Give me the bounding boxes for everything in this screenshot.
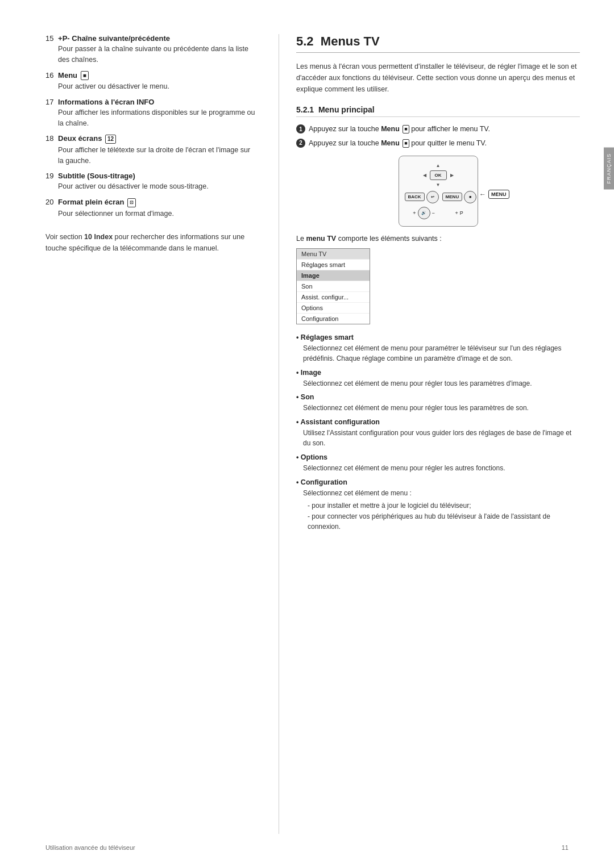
item-17-desc: Pour afficher les informations disponibl…	[45, 107, 256, 129]
bullet-configuration-sub-1: pour installer et mettre à jour le logic…	[308, 500, 580, 511]
volume-minus-label: −	[432, 210, 435, 216]
step-1-text: Appuyez sur la touche Menu ■ pour affich…	[309, 124, 490, 135]
menu-icon-16: ■	[81, 71, 89, 80]
item-20-header: 20 Format plein écran ⊡	[45, 198, 256, 207]
section-name: Menus TV	[321, 34, 380, 48]
menu-icon-step1: ■	[403, 125, 409, 133]
side-tab: FRANÇAIS	[604, 148, 614, 190]
tv-menu-box: Menu TV Réglages smart Image Son Assist.…	[296, 248, 370, 324]
bullet-image: Image Sélectionnez cet élément de menu p…	[296, 369, 580, 389]
bullet-reglages-smart: Réglages smart Sélectionnez cet élément …	[296, 333, 580, 364]
menu-icon-step2: ■	[403, 139, 409, 148]
section-intro: Les menus à l'écran vous permettent d'in…	[296, 61, 580, 95]
item-20-label: Format plein écran	[58, 198, 124, 206]
footer: Utilisation avancée du téléviseur 11	[0, 844, 614, 851]
bullet-configuration-desc: Sélectionnez cet élément de menu :	[303, 488, 580, 499]
see-section: Voir section 10 Index pour rechercher de…	[45, 231, 256, 254]
item-19-desc: Pour activer ou désactiver le mode sous-…	[45, 181, 256, 192]
page-container: 15 +P- Chaîne suivante/précédente Pour p…	[0, 0, 614, 868]
bullet-son-desc: Sélectionnez cet élément de menu pour ré…	[303, 403, 580, 414]
step-1: 1 Appuyez sur la touche Menu ■ pour affi…	[296, 124, 580, 135]
back-icon: ↩	[426, 191, 439, 203]
item-15-label: +P- Chaîne suivante/précédente	[58, 34, 170, 43]
item-16-label: Menu	[58, 71, 77, 80]
item-15-desc: Pour passer à la chaîne suivante ou préc…	[45, 44, 256, 65]
item-16-desc: Pour activer ou désactiver le menu.	[45, 81, 256, 92]
dual-screen-icon: 12	[105, 135, 116, 144]
bullet-configuration-sub-2: pour connecter vos périphériques au hub …	[308, 511, 580, 532]
section-title: 5.2 Menus TV	[296, 34, 580, 53]
tv-menu-options: Options	[297, 302, 370, 313]
up-arrow-icon: ▲	[436, 163, 441, 168]
bullet-options: Options Sélectionnez cet élément de menu…	[296, 453, 580, 474]
item-17-label: Informations à l'écran INFO	[58, 98, 154, 106]
item-17-num: 17	[45, 98, 53, 106]
bullet-assistant: Assistant configuration Utilisez l'Assis…	[296, 418, 580, 449]
item-16-header: 16 Menu ■	[45, 71, 256, 81]
footer-left: Utilisation avancée du téléviseur	[45, 844, 135, 851]
tv-menu-reglages-smart: Réglages smart	[297, 259, 370, 270]
bullet-options-desc: Sélectionnez cet élément de menu pour ré…	[303, 463, 580, 474]
item-18: 18 Deux écrans 12 Pour afficher le télét…	[45, 134, 256, 166]
fullscreen-icon: ⊡	[127, 198, 136, 207]
back-button[interactable]: BACK	[405, 193, 425, 201]
menu-button-remote[interactable]: MENU	[442, 193, 463, 201]
tv-menu-assist: Assist. configur...	[297, 291, 370, 302]
bullet-son: Son Sélectionnez cet élément de menu pou…	[296, 393, 580, 414]
bullet-configuration-title: Configuration	[296, 478, 580, 486]
step-2-text: Appuyez sur la touche Menu ■ pour quitte…	[309, 138, 487, 149]
item-20-desc: Pour sélectionner un format d'image.	[45, 208, 256, 219]
prog-plus-label: +	[455, 210, 458, 216]
tv-menu-config: Configuration	[297, 313, 370, 324]
item-18-header: 18 Deux écrans 12	[45, 134, 256, 144]
volume-label: +	[413, 210, 416, 216]
remote-illustration: ◀ ▲ OK ▼ ▶ BACK ↩	[296, 156, 580, 227]
bullet-configuration: Configuration Sélectionnez cet élément d…	[296, 478, 580, 532]
right-column: FRANÇAIS 5.2 Menus TV Les menus à l'écra…	[279, 34, 614, 834]
mute-icon: 🔊	[418, 207, 430, 219]
steps-list: 1 Appuyez sur la touche Menu ■ pour affi…	[296, 124, 580, 149]
bullet-assistant-title: Assistant configuration	[296, 418, 580, 426]
item-20: 20 Format plein écran ⊡ Pour sélectionne…	[45, 198, 256, 219]
prog-label: P	[460, 210, 463, 216]
item-18-desc: Pour afficher le télétexte sur la droite…	[45, 145, 256, 166]
bullet-reglages-smart-desc: Sélectionnez cet élément de menu pour pa…	[303, 343, 580, 364]
step-2: 2 Appuyez sur la touche Menu ■ pour quit…	[296, 138, 580, 149]
bullet-image-title: Image	[296, 369, 580, 377]
menu-indicator-label: MENU	[488, 190, 509, 199]
subsection-title: 5.2.1 Menu principal	[296, 105, 580, 117]
down-arrow-icon: ▼	[436, 182, 441, 187]
menu-label-text: Le menu TV comporte les éléments suivant…	[296, 235, 580, 243]
bullet-assistant-desc: Utilisez l'Assistant configuration pour …	[303, 428, 580, 449]
item-17: 17 Informations à l'écran INFO Pour affi…	[45, 98, 256, 129]
footer-right: 11	[562, 844, 569, 851]
item-19-header: 19 Subtitle (Sous-titrage)	[45, 172, 256, 180]
menu-icon-remote: ■	[464, 191, 476, 203]
menu-arrow-indicator: ← MENU	[479, 190, 509, 199]
bullet-image-desc: Sélectionnez cet élément de menu pour ré…	[303, 378, 580, 389]
item-15-header: 15 +P- Chaîne suivante/précédente	[45, 34, 256, 43]
item-16-num: 16	[45, 71, 53, 80]
tv-menu-son: Son	[297, 281, 370, 291]
left-column: 15 +P- Chaîne suivante/précédente Pour p…	[0, 34, 279, 834]
section-num: 5.2	[296, 34, 314, 48]
item-15-num: 15	[45, 34, 53, 43]
item-19-num: 19	[45, 172, 53, 180]
item-17-header: 17 Informations à l'écran INFO	[45, 98, 256, 106]
item-19: 19 Subtitle (Sous-titrage) Pour activer …	[45, 172, 256, 192]
step-2-num: 2	[296, 139, 305, 148]
bullet-reglages-smart-title: Réglages smart	[296, 333, 580, 341]
subsection-num: 5.2.1	[296, 105, 314, 114]
ok-button[interactable]: OK	[430, 170, 447, 180]
item-20-num: 20	[45, 198, 53, 206]
remote-control: ◀ ▲ OK ▼ ▶ BACK ↩	[399, 156, 478, 227]
item-18-label: Deux écrans	[58, 134, 102, 143]
tv-menu-title: Menu TV	[297, 249, 370, 259]
bullet-options-title: Options	[296, 453, 580, 461]
item-18-num: 18	[45, 134, 53, 143]
step-1-num: 1	[296, 124, 305, 133]
item-15: 15 +P- Chaîne suivante/précédente Pour p…	[45, 34, 256, 65]
tv-menu-image: Image	[297, 270, 370, 281]
bullet-son-title: Son	[296, 393, 580, 401]
right-arrow-icon: ▶	[450, 173, 454, 178]
